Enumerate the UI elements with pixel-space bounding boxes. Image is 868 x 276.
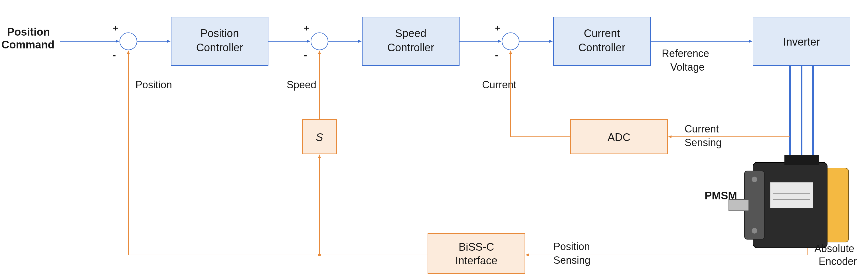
pmsm-motor-icon xyxy=(729,155,848,248)
svg-point-4 xyxy=(752,228,757,234)
summer-current xyxy=(502,33,519,50)
curctrl-l1: Current xyxy=(584,27,620,39)
biss-l2: Interface xyxy=(455,255,497,267)
sum3-plus: + xyxy=(495,23,501,33)
position-command-label-1: Position xyxy=(7,26,50,38)
sum2-plus: + xyxy=(304,23,309,33)
sum1-minus: - xyxy=(113,49,116,60)
derivative-symbol: S xyxy=(316,131,323,143)
summer-speed xyxy=(311,33,328,50)
fb-speed: Speed xyxy=(287,79,316,91)
refv-l1: Reference xyxy=(662,47,709,59)
curctrl-l2: Controller xyxy=(579,42,625,54)
possense-l2: Sensing xyxy=(553,254,590,266)
spdctrl-l1: Speed xyxy=(395,27,427,39)
possense-l1: Position xyxy=(553,241,590,252)
cursense-l2: Sensing xyxy=(685,137,722,148)
posctrl-l1: Position xyxy=(200,27,239,39)
biss-l1: BiSS-C xyxy=(459,241,494,253)
node-branch xyxy=(318,253,321,256)
control-diagram: Position Command Position Controller Spe… xyxy=(0,0,868,276)
pmsm-label: PMSM xyxy=(705,190,737,202)
fb-current: Current xyxy=(482,79,516,91)
summer-position xyxy=(120,33,137,50)
spdctrl-l2: Controller xyxy=(388,42,434,54)
sum3-minus: - xyxy=(495,49,498,60)
svg-rect-10 xyxy=(784,155,819,165)
biss-block xyxy=(428,234,525,273)
posctrl-l2: Controller xyxy=(196,42,243,54)
inverter-l1: Inverter xyxy=(783,36,820,48)
speed-controller-block xyxy=(362,17,459,66)
cursense-l1: Current xyxy=(685,123,719,135)
fb-position: Position xyxy=(135,79,172,91)
absenc-l2: Encoder xyxy=(819,255,857,267)
absenc-l1: Absolute xyxy=(814,243,854,254)
sum1-plus: + xyxy=(113,23,118,33)
position-command-label-2: Command xyxy=(1,39,55,51)
svg-rect-6 xyxy=(770,182,813,208)
position-controller-block xyxy=(171,17,268,66)
refv-l2: Voltage xyxy=(670,61,705,73)
svg-point-3 xyxy=(752,177,757,182)
sum2-minus: - xyxy=(304,49,307,60)
current-controller-block xyxy=(553,17,650,66)
adc-l1: ADC xyxy=(608,131,630,143)
